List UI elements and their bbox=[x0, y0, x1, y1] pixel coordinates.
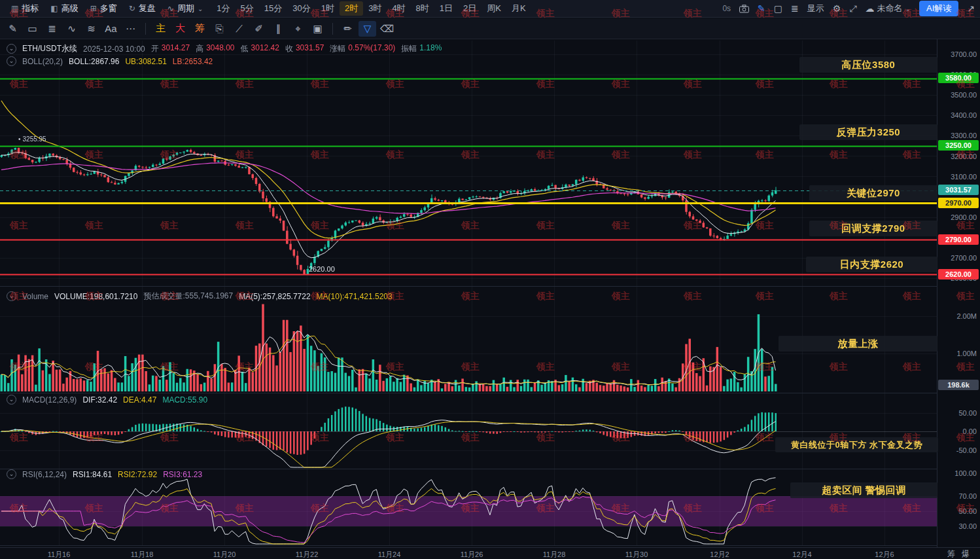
menu-advanced[interactable]: ◧高级 bbox=[44, 3, 84, 14]
share-icon[interactable]: ↗ bbox=[967, 3, 975, 14]
chart-annotation[interactable]: 反弹压力3250 bbox=[799, 124, 937, 140]
marker-icon[interactable]: ✏ bbox=[339, 21, 357, 37]
brush-icon[interactable]: ✎ bbox=[4, 21, 22, 37]
drawing-toolbar: ✎▭≣∿≋Aa⋯主大筹⎘⟋✐∥⌖▣✏▽⌫ bbox=[0, 18, 980, 39]
volume-profile-icon[interactable]: ∥ bbox=[270, 21, 287, 37]
period-menu[interactable]: ∿ 周期 ⌄ bbox=[162, 3, 209, 14]
timeframe-2日[interactable]: 2日 bbox=[458, 1, 481, 16]
settings-gear-icon[interactable]: ⚙ bbox=[833, 3, 841, 14]
timeframe-15分[interactable]: 15分 bbox=[259, 1, 287, 16]
collapse-icon[interactable]: ⌄ bbox=[7, 395, 16, 405]
low-label: 低 bbox=[241, 43, 249, 54]
collapse-icon[interactable]: ⌄ bbox=[7, 56, 16, 66]
corner-tool-筹[interactable]: 筹 bbox=[947, 549, 955, 559]
ruler-icon[interactable]: ⟋ bbox=[230, 21, 248, 37]
top-toolbar: ▥指标◧高级⊞多窗↻复盘 ∿ 周期 ⌄ 1分5分15分30分1时2时3时4时8时… bbox=[0, 0, 980, 18]
boll-title[interactable]: BOLL(20,2) bbox=[22, 57, 63, 66]
chart-annotation[interactable]: 日内支撑2620 bbox=[806, 257, 937, 272]
timeframe-8时[interactable]: 8时 bbox=[411, 1, 434, 16]
toolbar-separator bbox=[332, 23, 333, 35]
template-chou[interactable]: 筹 bbox=[191, 21, 209, 37]
watchlist-icon[interactable]: ≣ bbox=[791, 3, 799, 14]
menu-replay[interactable]: ↻复盘 bbox=[123, 3, 162, 14]
timeframe-1日[interactable]: 1日 bbox=[434, 1, 458, 16]
period-label: 周期 bbox=[177, 3, 194, 14]
collapse-icon[interactable]: ⌄ bbox=[7, 291, 16, 301]
volume-title[interactable]: Volume bbox=[22, 292, 48, 301]
wave-icon[interactable]: ∿ bbox=[63, 21, 80, 37]
timeframe-1分[interactable]: 1分 bbox=[211, 1, 235, 16]
template-da[interactable]: 大 bbox=[171, 21, 189, 37]
filter-icon[interactable]: ▽ bbox=[359, 21, 376, 37]
collapse-icon[interactable]: ⌄ bbox=[7, 469, 16, 479]
price-tag: 3031.57 bbox=[938, 185, 979, 195]
template-zhu[interactable]: 主 bbox=[152, 21, 169, 37]
corner-tool-爆[interactable]: 爆 bbox=[962, 549, 970, 559]
timeframe-3时[interactable]: 3时 bbox=[363, 1, 387, 16]
menu-indicators[interactable]: ▥指标 bbox=[5, 3, 44, 14]
chart-annotation[interactable]: 放量上涨 bbox=[779, 336, 937, 352]
lines-icon[interactable]: ≣ bbox=[43, 21, 61, 37]
symbol-name[interactable]: ETH/USDT永续 bbox=[22, 43, 77, 54]
volume-ma10: MA(10):471,421.5203 bbox=[317, 292, 393, 301]
rectangle-icon[interactable]: ▭ bbox=[24, 21, 41, 37]
camera-icon[interactable] bbox=[739, 5, 749, 13]
time-axis[interactable]: 11月1611月1811月2011月2211月2411月2611月2811月30… bbox=[0, 547, 937, 559]
timeframe-4时[interactable]: 4时 bbox=[387, 1, 410, 16]
y-axis-label: 1.00M bbox=[956, 350, 977, 357]
timeframe-30分[interactable]: 30分 bbox=[287, 1, 315, 16]
high-label: 高 bbox=[196, 43, 203, 54]
chart-annotation[interactable]: 高压位3580 bbox=[799, 57, 937, 73]
channel-icon[interactable]: ≋ bbox=[82, 21, 100, 37]
target-icon[interactable]: ⌖ bbox=[289, 21, 307, 37]
chart-annotation[interactable]: 关键位2970 bbox=[809, 185, 937, 201]
layout-icon[interactable]: ▢ bbox=[774, 3, 782, 14]
layout-name-menu[interactable]: ☁ 未命名 ⌄ bbox=[866, 3, 911, 14]
board-icon[interactable]: ▣ bbox=[309, 21, 326, 37]
edit-pencil-icon[interactable]: ✎ bbox=[758, 3, 765, 14]
ai-analysis-button[interactable]: AI解读 bbox=[919, 1, 958, 16]
menu-label: 复盘 bbox=[139, 3, 156, 14]
trading-app: ▥指标◧高级⊞多窗↻复盘 ∿ 周期 ⌄ 1分5分15分30分1时2时3时4时8时… bbox=[0, 0, 980, 559]
topbar-right: 0s ✎ ▢ ≣ 显示 ⚙ ⤢ ☁ 未命名 ⌄ AI解读 ↗ bbox=[722, 1, 975, 16]
multiwindow-icon: ⊞ bbox=[90, 4, 97, 13]
close-label: 收 bbox=[285, 43, 293, 54]
macd-dif-value: DIF:32.42 bbox=[82, 395, 117, 405]
trough-price-label: 2620.00 bbox=[309, 265, 335, 273]
y-axis-label: 3100.00 bbox=[951, 173, 977, 181]
timeframe-5分[interactable]: 5分 bbox=[236, 1, 259, 16]
chart-annotation[interactable]: 回调支撑2790 bbox=[809, 221, 937, 236]
y-axis-label: 2900.00 bbox=[951, 213, 977, 221]
more-icon[interactable]: ⋯ bbox=[122, 21, 139, 37]
trash-icon[interactable]: ⌫ bbox=[378, 21, 396, 37]
y-axis-label: 50.00 bbox=[958, 507, 977, 515]
timeframe-周K[interactable]: 周K bbox=[481, 1, 506, 16]
macd-value: MACD:55.90 bbox=[162, 395, 207, 405]
price-tag: 198.6k bbox=[938, 380, 979, 390]
menu-multiwindow[interactable]: ⊞多窗 bbox=[84, 3, 123, 14]
fullscreen-icon[interactable]: ⤢ bbox=[849, 3, 856, 14]
collapse-icon[interactable]: ⌄ bbox=[7, 44, 16, 54]
chart-annotation[interactable]: 黄白线位于0轴下方 水下金叉之势 bbox=[775, 437, 938, 452]
display-menu[interactable]: 显示 bbox=[807, 3, 824, 14]
chart-annotation[interactable]: 超卖区间 警惕回调 bbox=[790, 482, 937, 498]
price-alert-marker[interactable]: • 3255.95 bbox=[18, 135, 46, 143]
pen-icon[interactable]: ✐ bbox=[250, 21, 268, 37]
menu-label: 指标 bbox=[22, 3, 39, 14]
chevron-down-icon: ⌄ bbox=[905, 5, 911, 12]
cloud-icon: ☁ bbox=[866, 3, 875, 14]
macd-title[interactable]: MACD(12,26,9) bbox=[22, 395, 77, 405]
text-icon[interactable]: Aa bbox=[102, 21, 120, 37]
timeframe-2时[interactable]: 2时 bbox=[340, 1, 363, 16]
change-value: 0.57%(17.30) bbox=[348, 43, 395, 54]
timeframe-1时[interactable]: 1时 bbox=[316, 1, 340, 16]
copy-icon[interactable]: ⎘ bbox=[211, 21, 228, 37]
boll-lb-value: LB:2653.42 bbox=[173, 57, 213, 66]
timeframe-group: 1分5分15分30分1时2时3时4时8时1日2日周K月K bbox=[211, 1, 531, 16]
x-axis-label: 11月30 bbox=[625, 550, 648, 559]
price-axis[interactable]: 3700.003600.003500.003400.003300.003200.… bbox=[937, 39, 980, 547]
macd-legend: ⌄ MACD(12,26,9) DIF:32.42 DEA:4.47 MACD:… bbox=[7, 395, 207, 405]
price-tag: 2620.00 bbox=[938, 269, 979, 280]
rsi-title[interactable]: RSI(6,12,24) bbox=[22, 470, 67, 479]
timeframe-月K[interactable]: 月K bbox=[506, 1, 531, 16]
